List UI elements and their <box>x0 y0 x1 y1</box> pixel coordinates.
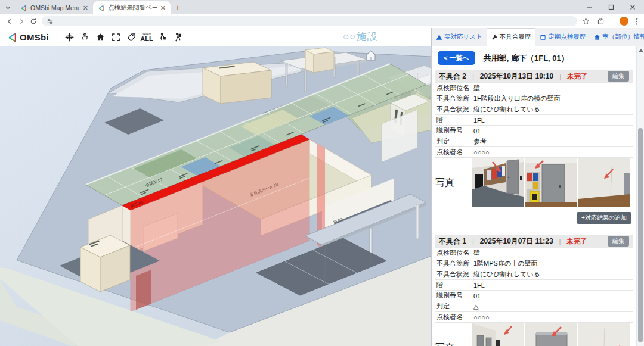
tab-title: 点検結果閲覧ページ <box>108 4 157 12</box>
fit-expand-icon[interactable] <box>108 30 123 44</box>
tab-title: OMSbi Map Menu <box>30 4 79 11</box>
browser-tabstrip: OMSbi Map Menu ✕ 点検結果閲覧ページ ✕ + <box>0 0 644 14</box>
detail-row: 不具合状況縦にひび割れしている <box>435 269 633 280</box>
edit-button[interactable]: 編集 <box>608 71 629 82</box>
person-inspect-icon[interactable] <box>154 30 170 44</box>
omsbi-logo: OMSbi <box>4 32 52 42</box>
pan-hand-icon[interactable] <box>77 30 92 44</box>
tab-periodic-history[interactable]: 定期点検履歴 <box>535 28 590 46</box>
forward-button[interactable] <box>18 18 25 25</box>
detail-row: 識別番号01 <box>435 291 633 301</box>
url-bar[interactable] <box>42 16 577 26</box>
tab-room-info[interactable]: 室（部位）情報 <box>590 28 644 46</box>
detail-row: 不具合箇所1階MPS扉の上の壁面 <box>435 258 633 269</box>
detail-row: 不具合状況縦にひび割れしている <box>435 104 633 115</box>
defect-card-1: 不具合 1 ｜ 2025年10月07日 11:23 ｜ 未完了 編集 点検部位名… <box>435 235 633 346</box>
defect-photo-door[interactable] <box>525 158 577 207</box>
shelter-leg <box>286 64 287 87</box>
wrench-icon <box>491 34 498 40</box>
panel-body: < 一覧へ 共用部, 廊下（1FL, 01） 不具合 2 ｜ 2025年10月1… <box>432 46 644 346</box>
canopy-column <box>416 204 419 239</box>
shelter-leg <box>305 70 306 92</box>
tab-search-chevron-icon[interactable] <box>0 1 16 14</box>
omsbi-logo-icon <box>7 32 17 42</box>
facility-title: ○○施設 <box>343 30 378 43</box>
detail-row: 判定△ <box>435 301 633 312</box>
divider <box>57 30 57 43</box>
defect-date: 2025年10月07日 11:23 <box>480 236 553 247</box>
detail-row: 点検者名○○○○ <box>435 312 633 323</box>
minimize-icon[interactable] <box>587 4 593 10</box>
defect-date: 2025年10月13日 10:10 <box>480 71 553 82</box>
bookmark-star-icon[interactable] <box>582 17 590 25</box>
defect-status: 未完了 <box>566 237 587 246</box>
add-result-button[interactable]: +対応結果の追加 <box>577 212 631 224</box>
person-report-icon[interactable] <box>170 30 185 44</box>
corridor-volume-door <box>136 270 151 310</box>
utility-box-front <box>305 50 314 73</box>
tag-label-icon[interactable] <box>123 30 139 44</box>
close-icon[interactable] <box>630 4 636 10</box>
calendar-icon <box>540 34 546 40</box>
detail-row: 点検者名○○○○ <box>435 147 633 158</box>
defect-photo-door[interactable] <box>525 323 577 346</box>
divider <box>190 30 190 43</box>
inspection-panel: 要対応リスト 不具合履歴 定期点検履歴 室（部位）情報 ビュー < 一覧へ <box>431 28 644 346</box>
browser-tab-map-menu[interactable]: OMSbi Map Menu ✕ <box>16 1 93 14</box>
detail-row: 階1FL <box>435 115 633 126</box>
warning-icon <box>436 34 442 40</box>
window-controls <box>587 0 640 14</box>
defect-name: 不具合 2 <box>439 71 466 82</box>
home-icon <box>594 34 600 40</box>
utility-box-side <box>314 52 334 73</box>
defect-card-2: 不具合 2 ｜ 2025年10月13日 10:10 ｜ 未完了 編集 点検部位名… <box>435 70 633 229</box>
reload-button[interactable] <box>30 18 37 25</box>
omsbi-favicon <box>20 5 27 11</box>
back-to-list-button[interactable]: < 一覧へ <box>438 51 475 65</box>
edit-button[interactable]: 編集 <box>608 236 629 247</box>
tab-close-icon[interactable]: ✕ <box>160 5 166 11</box>
extensions-icon[interactable] <box>597 17 605 25</box>
tab-defect-history[interactable]: 不具合履歴 <box>487 28 536 46</box>
detail-row: 点検部位名壁 <box>435 248 633 258</box>
divider <box>612 18 612 25</box>
panel-tabs: 要対応リスト 不具合履歴 定期点検履歴 室（部位）情報 ビュー <box>432 28 644 46</box>
defect-name: 不具合 1 <box>439 236 466 247</box>
tank-box-side <box>221 70 271 104</box>
photo-row: 写真 <box>435 323 633 346</box>
map-3d-view[interactable]: 会議室,01 多目的ホール,01 廊下,01 庇,01 <box>0 46 431 346</box>
panel-scrollbar[interactable] <box>636 46 644 346</box>
home-view-icon[interactable] <box>92 30 108 44</box>
detail-row: 不具合箇所1F階段出入り口扉の横の壁面 <box>435 93 633 104</box>
menu-kebab-icon[interactable] <box>636 17 638 26</box>
browser-tab-results-page[interactable]: 点検結果閲覧ページ ✕ <box>93 1 171 14</box>
tab-close-icon[interactable]: ✕ <box>83 5 88 11</box>
defect-status: 未完了 <box>567 72 588 81</box>
defect-header: 不具合 2 ｜ 2025年10月13日 10:10 ｜ 未完了 編集 <box>435 70 633 83</box>
select-all-button[interactable]: select ALL <box>139 30 154 44</box>
defect-photo-corridor[interactable] <box>472 323 524 346</box>
omsbi-favicon <box>98 5 104 11</box>
detail-row: 識別番号01 <box>435 126 633 136</box>
orbit-move-icon[interactable] <box>61 30 77 44</box>
browser-addressbar <box>0 14 644 28</box>
tune-icon <box>47 18 54 25</box>
profile-avatar[interactable] <box>620 17 628 26</box>
defect-photo-corridor[interactable] <box>472 158 524 207</box>
back-button[interactable] <box>6 18 13 25</box>
photo-label: 写真 <box>435 177 472 189</box>
detail-row: 点検部位名壁 <box>435 83 633 93</box>
omsbi-logo-text: OMSbi <box>20 32 49 42</box>
detail-row: 階1FL <box>435 280 633 291</box>
maximize-icon[interactable] <box>608 4 614 10</box>
scrollbar-thumb[interactable] <box>638 128 643 342</box>
scrollbar-up-arrow[interactable] <box>639 49 643 52</box>
defect-photo-wall[interactable] <box>578 158 630 207</box>
defect-header: 不具合 1 ｜ 2025年10月07日 11:23 ｜ 未完了 編集 <box>435 235 633 248</box>
defect-photo-wall[interactable] <box>578 323 630 346</box>
location-title: 共用部, 廊下（1FL, 01） <box>484 53 569 64</box>
photo-row: 写真 <box>435 158 633 208</box>
photo-label: 写真 <box>435 342 472 346</box>
new-tab-button[interactable]: + <box>171 1 185 14</box>
tab-action-list[interactable]: 要対応リスト <box>432 28 487 46</box>
